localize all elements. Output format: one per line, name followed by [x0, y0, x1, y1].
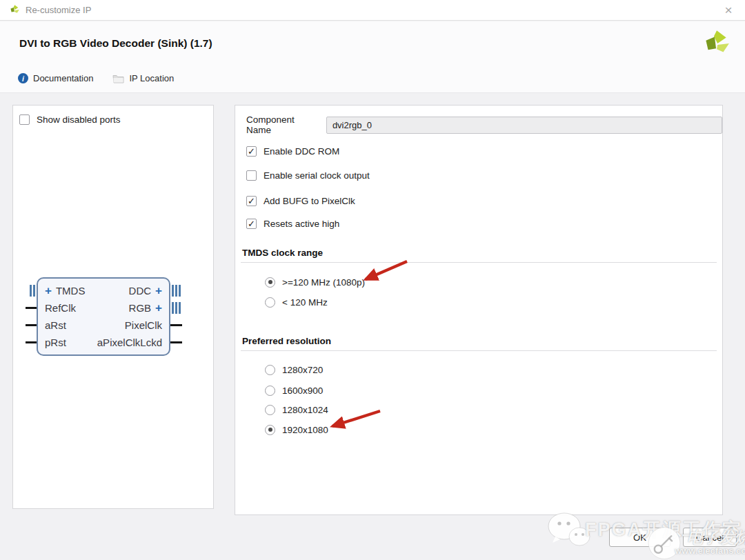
- expand-port-icon[interactable]: +: [155, 302, 162, 314]
- arst-wire-stub: [26, 324, 37, 326]
- port-row-rgb: RGB +: [97, 299, 162, 317]
- radio-label: >=120 MHz (1080p): [282, 277, 365, 288]
- checkbox-show-disabled-ports[interactable]: Show disabled ports: [19, 112, 121, 127]
- ip-location-label: IP Location: [129, 73, 174, 83]
- checkbox-icon[interactable]: ✓: [246, 219, 257, 229]
- cancel-button[interactable]: Cancel: [683, 528, 737, 547]
- port-row-prst: pRst: [45, 334, 97, 351]
- radio-resolution-1280x720[interactable]: 1280x720: [265, 362, 323, 377]
- radio-resolution-1600x900[interactable]: 1600x900: [265, 383, 323, 398]
- checkbox-label: Enable DDC ROM: [264, 146, 339, 157]
- checkbox-icon[interactable]: ✓: [246, 196, 257, 206]
- port-row-ddc: DDC +: [97, 282, 162, 299]
- checkbox-add-bufg-to-pixelclk[interactable]: ✓ Add BUFG to PixelClk: [246, 193, 355, 208]
- prst-wire-stub: [26, 341, 37, 343]
- ip-block: + TMDS RefClk aRst pRst DDC: [37, 277, 170, 356]
- apixelclklckd-wire-stub: [170, 341, 182, 343]
- radio-icon[interactable]: [265, 365, 275, 375]
- section-title-tmds-clock-range: TMDS clock range: [242, 248, 323, 258]
- titlebar: Re-customize IP ×: [0, 0, 745, 21]
- checkbox-label: Show disabled ports: [37, 114, 121, 125]
- component-name-row: Component Name dvi2rgb_0: [246, 114, 722, 135]
- radio-label: 1280x720: [282, 365, 323, 375]
- port-label: RefClk: [45, 302, 76, 314]
- documentation-label: Documentation: [33, 73, 93, 83]
- pixelclk-wire-stub: [170, 324, 182, 326]
- watermark-url: www.elecfans.com: [675, 546, 745, 556]
- radio-resolution-1280x1024[interactable]: 1280x1024: [265, 402, 328, 417]
- port-row-refclk: RefClk: [45, 299, 97, 317]
- checkbox-enable-ddc-rom[interactable]: ✓ Enable DDC ROM: [246, 143, 339, 159]
- radio-label: 1280x1024: [282, 405, 328, 415]
- documentation-link[interactable]: i Documentation: [18, 73, 93, 83]
- tmds-bus-stub: [30, 285, 35, 297]
- checkbox-icon[interactable]: ✓: [246, 146, 257, 157]
- radio-tmds-lt-120mhz[interactable]: < 120 MHz: [265, 294, 328, 310]
- radio-label: 1920x1080: [282, 425, 328, 435]
- ok-button-label: OK: [633, 532, 646, 543]
- section-title-preferred-resolution: Preferred resolution: [242, 336, 331, 346]
- radio-tmds-gte-120mhz[interactable]: >=120 MHz (1080p): [265, 274, 365, 290]
- radio-icon[interactable]: [265, 386, 275, 396]
- port-label: PixelClk: [125, 319, 162, 331]
- cancel-button-label: Cancel: [696, 532, 724, 543]
- checkbox-label: Resets active high: [264, 219, 339, 229]
- radio-label: < 120 MHz: [282, 297, 328, 308]
- recustomize-ip-dialog: Re-customize IP × DVI to RGB Video Decod…: [0, 0, 745, 560]
- radio-icon[interactable]: [265, 425, 275, 435]
- checkbox-label: Add BUFG to PixelClk: [264, 196, 355, 206]
- component-name-label: Component Name: [246, 114, 320, 135]
- port-label: RGB: [129, 302, 152, 314]
- port-label: TMDS: [56, 285, 86, 297]
- component-name-value: dvi2rgb_0: [332, 120, 372, 130]
- vivado-icon: [8, 4, 20, 16]
- port-row-tmds: + TMDS: [45, 282, 97, 299]
- dialog-header: DVI to RGB Video Decoder (Sink) (1.7) i …: [0, 21, 745, 93]
- radio-icon[interactable]: [265, 277, 275, 288]
- header-links: i Documentation IP Location: [18, 73, 174, 83]
- port-label: pRst: [45, 337, 66, 348]
- expand-port-icon[interactable]: +: [45, 285, 52, 297]
- wechat-icon: [547, 512, 591, 550]
- expand-port-icon[interactable]: +: [155, 285, 162, 297]
- radio-label: 1600x900: [282, 386, 323, 396]
- component-name-field[interactable]: dvi2rgb_0: [326, 117, 722, 134]
- checkbox-icon[interactable]: [19, 114, 30, 125]
- ports-panel: Show disabled ports + TMDS RefClk: [12, 105, 214, 509]
- ip-location-link[interactable]: IP Location: [112, 73, 174, 83]
- radio-resolution-1920x1080[interactable]: 1920x1080: [265, 422, 328, 437]
- port-label: aRst: [45, 319, 66, 331]
- window-title: Re-customize IP: [26, 5, 91, 15]
- xilinx-leaf-logo: [699, 28, 731, 60]
- port-row-pixelclk: PixelClk: [97, 317, 162, 334]
- ip-block-diagram: + TMDS RefClk aRst pRst DDC: [24, 277, 183, 356]
- info-icon: i: [18, 73, 28, 83]
- checkbox-enable-serial-clock-output[interactable]: Enable serial clock output: [246, 168, 370, 183]
- section-divider: [241, 350, 717, 351]
- ddc-bus-stub: [172, 285, 181, 297]
- config-panel: Component Name dvi2rgb_0 ✓ Enable DDC RO…: [235, 105, 723, 515]
- ok-button[interactable]: OK: [609, 528, 670, 547]
- port-row-apixelclklckd: aPixelClkLckd: [97, 334, 162, 351]
- refclk-wire-stub: [26, 307, 37, 309]
- checkbox-resets-active-high[interactable]: ✓ Resets active high: [246, 216, 339, 231]
- close-icon[interactable]: ×: [720, 2, 737, 19]
- output-ports-column: DDC + RGB + PixelClk aPixelClkLckd: [97, 282, 162, 351]
- ip-title: DVI to RGB Video Decoder (Sink) (1.7): [19, 37, 212, 50]
- checkbox-icon[interactable]: [246, 170, 257, 181]
- rgb-bus-stub: [172, 302, 181, 314]
- section-divider: [241, 262, 717, 263]
- checkbox-label: Enable serial clock output: [264, 170, 370, 181]
- radio-icon[interactable]: [265, 297, 275, 308]
- port-label: DDC: [129, 285, 152, 297]
- port-label: aPixelClkLckd: [97, 337, 162, 348]
- radio-icon[interactable]: [265, 405, 275, 415]
- folder-icon: [112, 74, 124, 83]
- port-row-arst: aRst: [45, 317, 97, 334]
- input-ports-column: + TMDS RefClk aRst pRst: [45, 282, 97, 351]
